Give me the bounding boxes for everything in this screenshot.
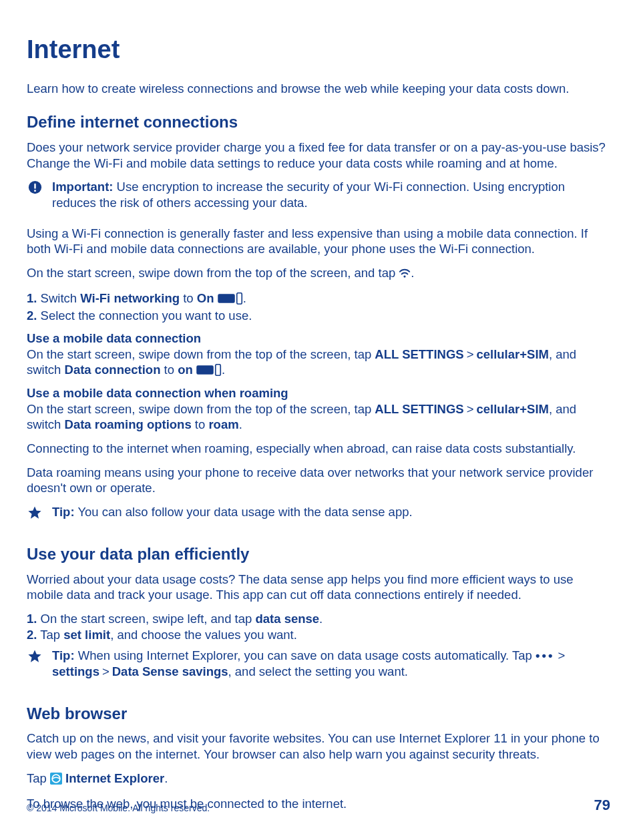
section1-para3: Connecting to the internet when roaming,…: [27, 441, 610, 457]
important-callout: Important: Use encryption to increase th…: [27, 179, 610, 218]
document-page: Internet Learn how to create wireless co…: [0, 0, 637, 812]
tip2-callout: Tip: When using Internet Explorer, you c…: [27, 648, 610, 687]
intro-paragraph: Learn how to create wireless connections…: [27, 81, 610, 97]
section1-step2: 2. Select the connection you want to use…: [27, 308, 610, 324]
ie-icon: [50, 773, 62, 789]
toggle-on-icon: [196, 364, 222, 380]
copyright-text: © 2014 Microsoft Mobile. All rights rese…: [27, 803, 210, 815]
svg-rect-4: [218, 294, 234, 302]
section1-step1: 1. Switch Wi-Fi networking to On .: [27, 290, 610, 308]
svg-rect-7: [216, 365, 221, 376]
section3-para1: Catch up on the news, and visit your fav…: [27, 730, 610, 762]
section-define-heading: Define internet connections: [27, 112, 610, 133]
section2-step1: 1. On the start screen, swipe left, and …: [27, 611, 610, 627]
important-text: Important: Use encryption to increase th…: [52, 179, 610, 210]
use-mobile-data-text: On the start screen, swipe down from the…: [27, 347, 610, 380]
page-footer: © 2014 Microsoft Mobile. All rights rese…: [27, 796, 610, 815]
tip-star-icon: [27, 505, 42, 524]
section-dataplan-heading: Use your data plan efficiently: [27, 544, 610, 565]
important-label: Important:: [52, 180, 113, 194]
tip-star-icon: [27, 649, 42, 668]
section1-para1: Does your network service provider charg…: [27, 140, 610, 171]
tip2-text: Tip: When using Internet Explorer, you c…: [52, 648, 610, 679]
svg-point-3: [404, 276, 406, 278]
roaming-text: On the start screen, swipe down from the…: [27, 401, 610, 433]
section2-para1: Worried about your data usage costs? The…: [27, 572, 610, 603]
section1-para4: Data roaming means using your phone to r…: [27, 465, 610, 496]
svg-rect-6: [197, 366, 213, 374]
svg-rect-1: [34, 184, 35, 189]
tip1-text: Tip: You can also follow your data usage…: [52, 504, 610, 520]
wifi-icon: [399, 266, 411, 282]
page-title: Internet: [27, 33, 610, 66]
svg-rect-5: [236, 292, 242, 304]
important-icon: [28, 180, 42, 198]
toggle-on-icon: [218, 292, 243, 308]
section1-para2: Using a Wi-Fi connection is generally fa…: [27, 226, 610, 257]
tip1-callout: Tip: You can also follow your data usage…: [27, 504, 610, 528]
section2-step2: 2. Tap set limit, and choose the values …: [27, 627, 610, 643]
section-webbrowser-heading: Web browser: [27, 704, 610, 724]
section1-start: On the start screen, swipe down from the…: [27, 265, 610, 282]
svg-marker-8: [28, 506, 41, 518]
page-number: 79: [594, 796, 610, 815]
svg-marker-9: [28, 650, 41, 662]
more-icon: •••: [536, 648, 554, 662]
roaming-subhead: Use a mobile data connection when roamin…: [27, 385, 610, 401]
use-mobile-data-subhead: Use a mobile data connection: [27, 331, 610, 347]
section3-tap: Tap Internet Explorer.: [27, 771, 610, 789]
svg-point-2: [34, 190, 36, 192]
